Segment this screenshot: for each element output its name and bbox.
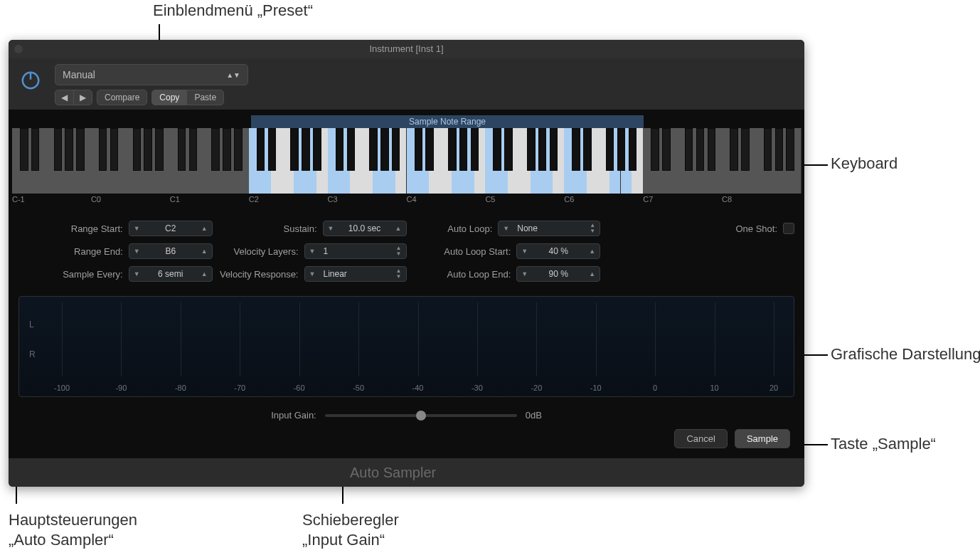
input-gain-row: Input Gain: 0dB — [9, 397, 804, 425]
black-key[interactable] — [380, 128, 389, 171]
chevron-down-icon: ▼ — [521, 270, 528, 278]
black-key[interactable] — [257, 128, 265, 171]
black-key[interactable] — [764, 128, 772, 171]
black-key[interactable] — [662, 128, 671, 171]
auto-loop-select[interactable]: ▼ None ▲▼ — [498, 221, 600, 236]
annotation-sample: Taste „Sample“ — [831, 435, 936, 453]
input-gain-slider[interactable] — [325, 414, 517, 417]
black-key[interactable] — [538, 128, 547, 171]
black-key[interactable] — [550, 128, 558, 171]
one-shot-label: One Shot: — [735, 223, 777, 234]
black-key[interactable] — [459, 128, 468, 171]
black-key[interactable] — [493, 128, 501, 171]
black-key[interactable] — [583, 128, 592, 171]
chevron-up-icon: ▲ — [201, 270, 208, 278]
black-key[interactable] — [302, 128, 310, 171]
chevron-down-icon: ▼ — [521, 248, 528, 255]
black-key[interactable] — [189, 128, 198, 171]
black-key[interactable] — [54, 128, 63, 171]
cancel-button[interactable]: Cancel — [674, 429, 727, 448]
titlebar: Instrument [Inst 1] — [9, 40, 804, 58]
black-key[interactable] — [133, 128, 142, 171]
black-key[interactable] — [448, 128, 457, 171]
black-key[interactable] — [223, 128, 231, 171]
black-key[interactable] — [741, 128, 750, 171]
one-shot-checkbox[interactable] — [783, 223, 794, 234]
black-key[interactable] — [20, 128, 28, 171]
sample-button[interactable]: Sample — [735, 429, 790, 448]
black-key[interactable] — [415, 128, 423, 171]
auto-loop-end-stepper[interactable]: ▼ 90 % ▲ — [516, 266, 600, 282]
gridline — [655, 302, 656, 376]
annotation-gain-l1: Schieberegler — [302, 511, 399, 529]
black-key[interactable] — [31, 128, 40, 171]
black-key[interactable] — [313, 128, 321, 171]
power-button[interactable] — [20, 70, 41, 91]
black-key[interactable] — [730, 128, 738, 171]
black-key[interactable] — [629, 128, 637, 171]
copy-button[interactable]: Copy — [151, 90, 187, 105]
vel-resp-select[interactable]: ▼ Linear ▲▼ — [304, 266, 407, 282]
black-key[interactable] — [336, 128, 344, 171]
prev-button[interactable]: ◀ — [55, 90, 74, 105]
preset-menu[interactable]: Manual ▲▼ — [55, 64, 248, 85]
auto-loop-label: Auto Loop: — [447, 223, 492, 234]
param-velocity-response: Velocity Response: ▼ Linear ▲▼ — [213, 266, 407, 282]
vel-layers-select[interactable]: ▼ 1 ▲▼ — [304, 243, 407, 259]
plugin-name-label: Auto Sampler — [350, 465, 436, 481]
sustain-value: 10.0 sec — [348, 223, 380, 233]
black-key[interactable] — [617, 128, 626, 171]
gridline — [240, 302, 240, 376]
black-key[interactable] — [369, 128, 378, 171]
black-key[interactable] — [527, 128, 536, 171]
keyboard[interactable] — [12, 128, 801, 194]
next-button[interactable]: ▶ — [73, 90, 92, 105]
param-sample-every: Sample Every: ▼ 6 semi ▲ — [18, 266, 213, 282]
range-end-stepper[interactable]: ▼ B6 ▲ — [129, 243, 213, 259]
paste-button[interactable]: Paste — [186, 90, 224, 105]
range-start-stepper[interactable]: ▼ C2 ▲ — [129, 221, 213, 236]
black-key[interactable] — [290, 128, 299, 171]
black-key[interactable] — [786, 128, 794, 171]
range-fill[interactable]: Sample Note Range — [251, 115, 644, 128]
black-key[interactable] — [110, 128, 119, 171]
black-key[interactable] — [178, 128, 186, 171]
black-key[interactable] — [211, 128, 220, 171]
close-icon[interactable] — [14, 45, 23, 53]
chevron-down-icon: ▼ — [134, 270, 140, 278]
compare-button[interactable]: Compare — [97, 90, 147, 105]
black-key[interactable] — [392, 128, 400, 171]
black-key[interactable] — [65, 128, 73, 171]
black-key[interactable] — [685, 128, 693, 171]
black-key[interactable] — [144, 128, 152, 171]
black-key[interactable] — [425, 128, 434, 171]
range-bar: Sample Note Range — [12, 115, 801, 128]
black-key[interactable] — [471, 128, 479, 171]
actions-row: Cancel Sample — [9, 425, 804, 458]
slider-thumb[interactable] — [416, 411, 426, 421]
black-key[interactable] — [99, 128, 107, 171]
black-key[interactable] — [651, 128, 659, 171]
black-key[interactable] — [504, 128, 513, 171]
black-key[interactable] — [696, 128, 705, 171]
sustain-stepper[interactable]: ▼ 10.0 sec ▲ — [323, 221, 407, 236]
black-key[interactable] — [268, 128, 277, 171]
black-key[interactable] — [155, 128, 164, 171]
black-key[interactable] — [708, 128, 716, 171]
black-key[interactable] — [606, 128, 614, 171]
range-start-label: Range Start: — [71, 223, 123, 234]
black-key[interactable] — [572, 128, 580, 171]
chevron-down-icon: ▼ — [328, 225, 334, 232]
input-gain-label: Input Gain: — [271, 410, 316, 421]
black-key[interactable] — [76, 128, 85, 171]
gridline — [477, 302, 478, 376]
auto-loop-start-stepper[interactable]: ▼ 40 % ▲ — [516, 243, 600, 259]
chevron-up-icon: ▲ — [589, 248, 595, 255]
annotation-main-l1: Hauptsteuerungen — [9, 511, 137, 529]
black-key[interactable] — [347, 128, 356, 171]
sample-every-stepper[interactable]: ▼ 6 semi ▲ — [129, 266, 213, 282]
black-key[interactable] — [775, 128, 784, 171]
vel-resp-value: Linear — [324, 269, 347, 279]
x-tick-label: -30 — [472, 384, 483, 392]
black-key[interactable] — [234, 128, 243, 171]
